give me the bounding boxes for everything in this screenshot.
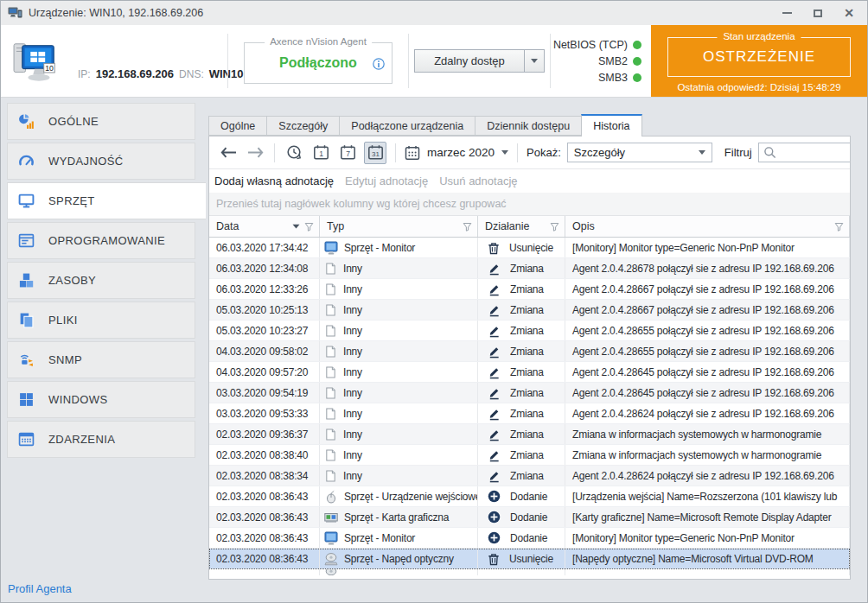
device-status-panel: Stan urządzenia OSTRZEŻENIE Ostatnia odp… [651,25,867,97]
cell-date: 05.03.2020 10:23:27 [209,321,320,340]
table-row[interactable]: 04.03.2020 09:57:20InnyZmianaAgent 2.0.4… [209,362,850,383]
table-row[interactable]: 03.03.2020 09:54:19InnyZmianaAgent 2.0.4… [209,383,850,403]
table-row[interactable] [209,569,850,575]
cubes-icon [18,272,35,289]
table-row[interactable]: 02.03.2020 08:38:34InnyZmianaAgent 2.0.4… [209,466,850,486]
minimize-button[interactable] [774,3,800,22]
remote-access-dropdown[interactable] [524,50,544,72]
table-row[interactable]: 05.03.2020 10:25:13InnyZmianaAgent 2.0.4… [209,300,850,321]
funnel-icon [304,222,314,232]
table-row[interactable]: 04.03.2020 09:58:02InnyZmianaAgent 2.0.4… [209,341,850,362]
month-picker[interactable]: marzec 2020 [405,145,508,161]
cell-action: Zmiana [478,258,565,278]
day-view-button[interactable]: 1 [310,143,331,163]
sidebar-item-zdarzenia[interactable]: ZDARZENIA [7,421,195,458]
window-title: Urządzenie: WIN10, 192.168.69.206 [29,7,203,19]
table-row[interactable]: 05.03.2020 10:23:27InnyZmianaAgent 2.0.4… [209,321,850,341]
titlebar[interactable]: Urządzenie: WIN10, 192.168.69.206 ✕ [1,1,867,25]
sidebar-item-snmp[interactable]: SNMP [7,341,195,378]
table-row[interactable]: 02.03.2020 08:36:43Sprzęt - Napęd optycz… [209,549,850,569]
add-annotation-button[interactable]: Dodaj własną adnotację [214,175,334,187]
cell-date: 06.03.2020 12:33:26 [209,279,320,299]
close-button[interactable]: ✕ [836,3,862,22]
cell-desc: Agent 2.0.4.28645 połączył sie z adresu … [565,362,850,382]
table-row[interactable]: 06.03.2020 17:34:42Sprzęt - MonitorUsuni… [209,238,850,258]
sidebar-item-sprzet[interactable]: SPRZĘT [7,182,206,219]
history-back-button[interactable] [218,143,239,163]
sidebar-item-zasoby[interactable]: ZASOBY [7,262,195,299]
cell-action: Zmiana [478,424,565,444]
cell-desc: [Urządzenia wejścia] Name=Rozszerzona (1… [565,486,850,506]
tab-podlaczone-urzadzenia[interactable]: Podłączone urządzenia [339,116,475,136]
cell-type [320,569,478,575]
tab-szczegoly[interactable]: Szczegóły [266,116,340,136]
column-header-data[interactable]: Data [209,216,320,237]
agent-profile-link[interactable]: Profil Agenta [8,582,72,595]
cell-date: 02.03.2020 09:36:37 [209,424,320,444]
monitor-outline-icon [18,193,35,209]
cell-desc: Agent 2.0.4.28624 połączył sie z adresu … [565,403,850,423]
edit-annotation-button[interactable]: Edytuj adnotację [345,175,428,187]
show-label: Pokaż: [527,146,561,159]
column-label: Opis [572,220,595,232]
table-row[interactable]: 02.03.2020 08:36:43Sprzęt - Karta grafic… [209,507,850,528]
show-select[interactable]: Szczegóły [567,143,712,162]
sidebar-item-pliki[interactable]: PLIKI [7,302,195,339]
app-window: Urządzenie: WIN10, 192.168.69.206 ✕ [0,0,868,603]
cell-date: 02.03.2020 08:36:43 [209,549,320,568]
column-header-działanie[interactable]: Działanie [478,216,565,237]
table-row[interactable]: 02.03.2020 08:36:43Sprzęt - Urządzenie w… [209,486,850,507]
sidebar-item-wydajnosc[interactable]: WYDAJNOŚĆ [7,143,195,180]
page-icon [324,448,337,462]
pencil-icon [488,407,501,421]
sidebar-item-label: SNMP [48,353,82,366]
calendar-grid-icon [18,431,35,447]
tab-ogolne[interactable]: Ogólne [208,116,267,136]
svg-text:31: 31 [372,150,380,158]
cell-action: Zmiana [478,362,565,382]
remote-access-button[interactable]: Zdalny dostęp [415,50,524,72]
table-row[interactable]: 02.03.2020 08:36:43Sprzęt - MonitorDodan… [209,528,850,549]
info-icon[interactable] [373,58,385,70]
tab-historia[interactable]: Historia [581,114,641,136]
cell-action: Zmiana [478,300,565,320]
table-row[interactable]: 06.03.2020 12:34:08InnyZmianaAgent 2.0.4… [209,258,850,279]
cell-action: Dodanie [478,528,565,548]
snmp-antenna-icon [18,352,35,368]
column-header-typ[interactable]: Typ [320,216,478,237]
filter-input[interactable] [780,146,851,160]
sidebar-item-oprogramowanie[interactable]: OPROGRAMOWANIE [7,222,195,259]
annotation-actions: Dodaj własną adnotację Edytuj adnotację … [209,169,850,193]
sidebar-item-windows[interactable]: WINDOWS [7,381,195,418]
cell-date [209,569,320,575]
page-icon [324,386,337,400]
history-forward-button[interactable] [245,143,265,163]
protocol-row: NetBIOS (TCP) [551,39,641,51]
device-header: 10 IP: 192.168.69.206 DNS: WIN10 Axence … [1,25,867,98]
status-value: OSTRZEŻENIE [668,38,850,76]
dns-label: DNS: [179,68,204,80]
delete-annotation-button[interactable]: Usuń adnotację [439,175,517,187]
remote-access-split-button: Zdalny dostęp [414,49,545,73]
column-header-opis[interactable]: Opis [565,216,850,237]
table-row[interactable]: 03.03.2020 09:53:33InnyZmianaAgent 2.0.4… [209,403,850,424]
table-row[interactable]: 02.03.2020 09:36:37InnyZmianaZmiana w in… [209,424,850,445]
pencil-icon [488,386,501,400]
week-view-button[interactable]: 7 [337,143,358,163]
pencil-icon [488,303,501,317]
table-row[interactable]: 06.03.2020 12:33:26InnyZmianaAgent 2.0.4… [209,279,850,300]
maximize-button[interactable] [805,3,831,22]
group-by-bar[interactable]: Przenieś tutaj nagłówek kolumny wg które… [209,193,850,216]
history-table-body: 06.03.2020 17:34:42Sprzęt - MonitorUsuni… [209,238,850,575]
cell-type: Sprzęt - Urządzenie wejściowe [320,486,478,506]
time-range-clock-icon[interactable] [284,143,304,163]
page-icon [324,282,337,296]
month-view-button[interactable]: 31 [364,142,386,164]
table-row[interactable]: 02.03.2020 08:38:40InnyZmianaZmiana w in… [209,445,850,466]
sidebar-item-ogolne[interactable]: OGÓLNE [7,103,195,140]
history-toolbar: 1 7 31 marzec 2020 [209,136,850,169]
tab-dziennik-dostepu[interactable]: Dziennik dostępu [475,116,582,136]
cell-date: 02.03.2020 08:38:40 [209,445,320,465]
cell-type: Sprzęt - Monitor [320,238,478,257]
cell-type: Inny [320,383,478,403]
